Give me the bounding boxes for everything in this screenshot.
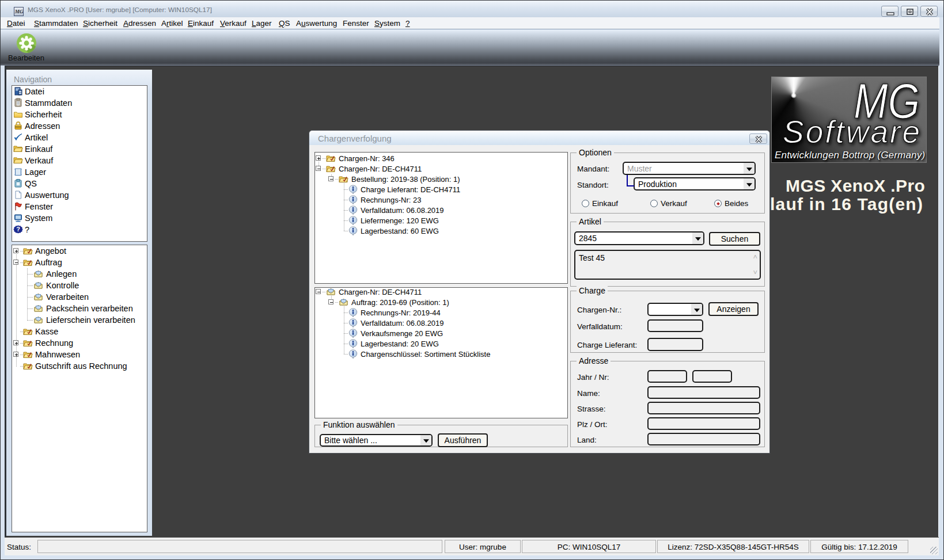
svg-text:?: ? [16,226,20,233]
